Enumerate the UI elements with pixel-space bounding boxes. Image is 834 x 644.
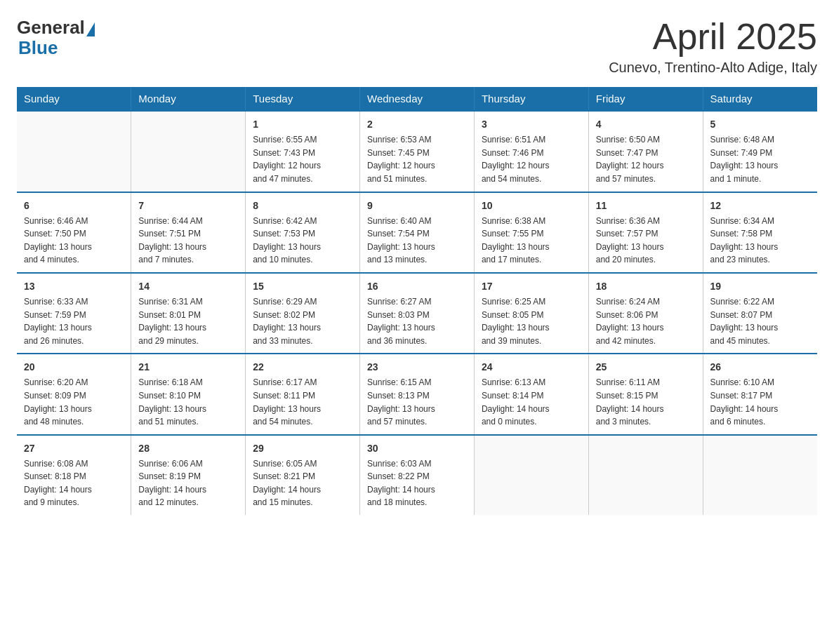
day-info: Sunrise: 6:48 AM Sunset: 7:49 PM Dayligh…	[710, 133, 810, 185]
day-info: Sunrise: 6:08 AM Sunset: 8:18 PM Dayligh…	[24, 457, 124, 509]
calendar-header-wednesday: Wednesday	[360, 87, 475, 111]
day-number: 30	[367, 441, 467, 456]
day-info: Sunrise: 6:03 AM Sunset: 8:22 PM Dayligh…	[367, 457, 467, 509]
day-number: 22	[253, 360, 352, 375]
day-info: Sunrise: 6:31 AM Sunset: 8:01 PM Dayligh…	[138, 295, 238, 347]
day-number: 29	[253, 441, 352, 456]
calendar-cell: 22Sunrise: 6:17 AM Sunset: 8:11 PM Dayli…	[246, 354, 360, 434]
calendar-cell: 28Sunrise: 6:06 AM Sunset: 8:19 PM Dayli…	[131, 435, 246, 515]
day-info: Sunrise: 6:13 AM Sunset: 8:14 PM Dayligh…	[482, 376, 581, 428]
day-info: Sunrise: 6:40 AM Sunset: 7:54 PM Dayligh…	[367, 215, 467, 267]
calendar-cell: 18Sunrise: 6:24 AM Sunset: 8:06 PM Dayli…	[588, 273, 703, 354]
calendar-cell: 13Sunrise: 6:33 AM Sunset: 7:59 PM Dayli…	[17, 273, 131, 354]
day-info: Sunrise: 6:10 AM Sunset: 8:17 PM Dayligh…	[710, 376, 810, 428]
day-info: Sunrise: 6:18 AM Sunset: 8:10 PM Dayligh…	[138, 376, 238, 428]
day-info: Sunrise: 6:06 AM Sunset: 8:19 PM Dayligh…	[138, 457, 238, 509]
calendar-cell: 17Sunrise: 6:25 AM Sunset: 8:05 PM Dayli…	[474, 273, 588, 354]
day-number: 28	[138, 441, 238, 456]
calendar-cell: 12Sunrise: 6:34 AM Sunset: 7:58 PM Dayli…	[703, 192, 817, 273]
day-info: Sunrise: 6:05 AM Sunset: 8:21 PM Dayligh…	[253, 457, 352, 509]
calendar-cell: 9Sunrise: 6:40 AM Sunset: 7:54 PM Daylig…	[360, 192, 475, 273]
day-number: 7	[138, 199, 238, 213]
calendar-header-tuesday: Tuesday	[246, 87, 360, 111]
day-info: Sunrise: 6:17 AM Sunset: 8:11 PM Dayligh…	[253, 376, 352, 428]
calendar-table: SundayMondayTuesdayWednesdayThursdayFrid…	[17, 87, 817, 515]
day-number: 12	[710, 199, 810, 213]
calendar-cell: 29Sunrise: 6:05 AM Sunset: 8:21 PM Dayli…	[246, 435, 360, 515]
calendar-header-monday: Monday	[131, 87, 246, 111]
day-number: 24	[482, 360, 581, 375]
logo: General Blue	[17, 17, 95, 59]
calendar-cell: 2Sunrise: 6:53 AM Sunset: 7:45 PM Daylig…	[360, 111, 475, 192]
day-info: Sunrise: 6:29 AM Sunset: 8:02 PM Dayligh…	[253, 295, 352, 347]
day-number: 25	[596, 360, 696, 375]
day-info: Sunrise: 6:44 AM Sunset: 7:51 PM Dayligh…	[138, 215, 238, 267]
day-number: 5	[710, 117, 810, 132]
logo-general-text: General	[17, 17, 85, 39]
logo-blue-text: Blue	[18, 37, 58, 59]
day-number: 13	[24, 279, 124, 294]
calendar-cell	[474, 435, 588, 515]
day-number: 1	[253, 117, 352, 132]
day-number: 17	[482, 279, 581, 294]
day-info: Sunrise: 6:42 AM Sunset: 7:53 PM Dayligh…	[253, 215, 352, 267]
day-number: 10	[482, 199, 581, 213]
day-number: 6	[24, 199, 124, 213]
calendar-cell: 1Sunrise: 6:55 AM Sunset: 7:43 PM Daylig…	[246, 111, 360, 192]
day-number: 11	[596, 199, 696, 213]
calendar-cell	[588, 435, 703, 515]
calendar-week-row: 6Sunrise: 6:46 AM Sunset: 7:50 PM Daylig…	[17, 192, 817, 273]
calendar-cell: 11Sunrise: 6:36 AM Sunset: 7:57 PM Dayli…	[588, 192, 703, 273]
day-info: Sunrise: 6:50 AM Sunset: 7:47 PM Dayligh…	[596, 133, 696, 185]
calendar-cell	[17, 111, 131, 192]
logo-triangle-icon	[86, 22, 95, 36]
calendar-cell	[703, 435, 817, 515]
calendar-week-row: 13Sunrise: 6:33 AM Sunset: 7:59 PM Dayli…	[17, 273, 817, 354]
calendar-cell	[131, 111, 246, 192]
calendar-cell: 10Sunrise: 6:38 AM Sunset: 7:55 PM Dayli…	[474, 192, 588, 273]
calendar-cell: 7Sunrise: 6:44 AM Sunset: 7:51 PM Daylig…	[131, 192, 246, 273]
calendar-cell: 5Sunrise: 6:48 AM Sunset: 7:49 PM Daylig…	[703, 111, 817, 192]
day-number: 15	[253, 279, 352, 294]
day-info: Sunrise: 6:55 AM Sunset: 7:43 PM Dayligh…	[253, 133, 352, 185]
day-info: Sunrise: 6:34 AM Sunset: 7:58 PM Dayligh…	[710, 215, 810, 267]
title-section: April 2025 Cunevo, Trentino-Alto Adige, …	[609, 17, 817, 76]
location-subtitle: Cunevo, Trentino-Alto Adige, Italy	[609, 60, 817, 76]
day-number: 26	[710, 360, 810, 375]
day-number: 2	[367, 117, 467, 132]
day-info: Sunrise: 6:51 AM Sunset: 7:46 PM Dayligh…	[482, 133, 581, 185]
day-number: 16	[367, 279, 467, 294]
calendar-cell: 30Sunrise: 6:03 AM Sunset: 8:22 PM Dayli…	[360, 435, 475, 515]
day-info: Sunrise: 6:53 AM Sunset: 7:45 PM Dayligh…	[367, 133, 467, 185]
calendar-cell: 6Sunrise: 6:46 AM Sunset: 7:50 PM Daylig…	[17, 192, 131, 273]
calendar-cell: 15Sunrise: 6:29 AM Sunset: 8:02 PM Dayli…	[246, 273, 360, 354]
calendar-week-row: 27Sunrise: 6:08 AM Sunset: 8:18 PM Dayli…	[17, 435, 817, 515]
calendar-header-friday: Friday	[588, 87, 703, 111]
month-title: April 2025	[609, 17, 817, 57]
day-info: Sunrise: 6:22 AM Sunset: 8:07 PM Dayligh…	[710, 295, 810, 347]
day-info: Sunrise: 6:24 AM Sunset: 8:06 PM Dayligh…	[596, 295, 696, 347]
day-info: Sunrise: 6:27 AM Sunset: 8:03 PM Dayligh…	[367, 295, 467, 347]
calendar-header-sunday: Sunday	[17, 87, 131, 111]
day-info: Sunrise: 6:36 AM Sunset: 7:57 PM Dayligh…	[596, 215, 696, 267]
calendar-cell: 8Sunrise: 6:42 AM Sunset: 7:53 PM Daylig…	[246, 192, 360, 273]
day-number: 27	[24, 441, 124, 456]
calendar-cell: 25Sunrise: 6:11 AM Sunset: 8:15 PM Dayli…	[588, 354, 703, 434]
day-number: 9	[367, 199, 467, 213]
calendar-cell: 26Sunrise: 6:10 AM Sunset: 8:17 PM Dayli…	[703, 354, 817, 434]
day-info: Sunrise: 6:20 AM Sunset: 8:09 PM Dayligh…	[24, 376, 124, 428]
day-number: 23	[367, 360, 467, 375]
page-header: General Blue April 2025 Cunevo, Trentino…	[17, 17, 817, 76]
day-number: 18	[596, 279, 696, 294]
day-info: Sunrise: 6:11 AM Sunset: 8:15 PM Dayligh…	[596, 376, 696, 428]
calendar-cell: 4Sunrise: 6:50 AM Sunset: 7:47 PM Daylig…	[588, 111, 703, 192]
calendar-header-saturday: Saturday	[703, 87, 817, 111]
day-number: 14	[138, 279, 238, 294]
day-info: Sunrise: 6:15 AM Sunset: 8:13 PM Dayligh…	[367, 376, 467, 428]
calendar-cell: 19Sunrise: 6:22 AM Sunset: 8:07 PM Dayli…	[703, 273, 817, 354]
calendar-week-row: 20Sunrise: 6:20 AM Sunset: 8:09 PM Dayli…	[17, 354, 817, 434]
day-number: 4	[596, 117, 696, 132]
calendar-cell: 24Sunrise: 6:13 AM Sunset: 8:14 PM Dayli…	[474, 354, 588, 434]
day-number: 20	[24, 360, 124, 375]
day-info: Sunrise: 6:33 AM Sunset: 7:59 PM Dayligh…	[24, 295, 124, 347]
